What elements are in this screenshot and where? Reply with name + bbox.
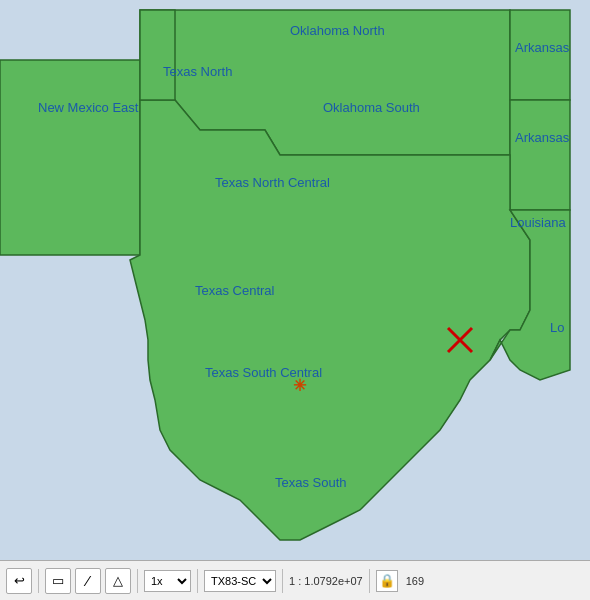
map-container: ✳ Oklahoma North Oklahoma South Texas No… <box>0 0 590 560</box>
back-button[interactable]: ↩ <box>6 568 32 594</box>
asterisk-marker: ✳ <box>293 377 307 394</box>
divider-5 <box>369 569 370 593</box>
svg-marker-3 <box>510 100 570 210</box>
coord-display: 169 <box>406 575 424 587</box>
triangle-tool[interactable]: △ <box>105 568 131 594</box>
divider-3 <box>197 569 198 593</box>
svg-marker-4 <box>0 60 140 255</box>
divider-2 <box>137 569 138 593</box>
zoom-select[interactable]: 1x 2x 0.5x <box>144 570 191 592</box>
toolbar: ↩ ▭ ∕ △ 1x 2x 0.5x TX83-SC 1 : 1.0792e+0… <box>0 560 590 600</box>
map-svg: ✳ <box>0 0 590 560</box>
scale-label: 1 : 1.0792e+07 <box>289 575 363 587</box>
svg-text:✳: ✳ <box>293 377 307 394</box>
divider-1 <box>38 569 39 593</box>
svg-marker-7 <box>140 10 175 100</box>
divider-4 <box>282 569 283 593</box>
svg-marker-2 <box>510 10 570 100</box>
line-tool[interactable]: ∕ <box>75 568 101 594</box>
projection-select[interactable]: TX83-SC <box>204 570 276 592</box>
lock-button[interactable]: 🔒 <box>376 570 398 592</box>
rectangle-tool[interactable]: ▭ <box>45 568 71 594</box>
